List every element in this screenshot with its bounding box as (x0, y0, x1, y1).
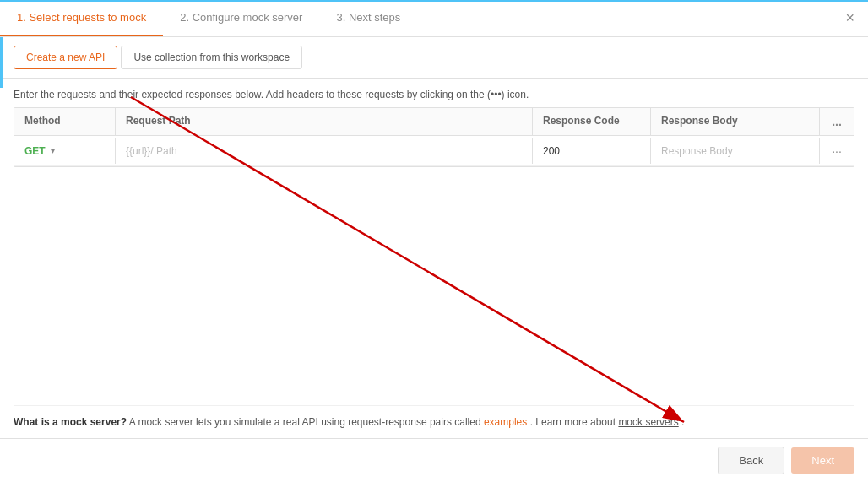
mock-server-text2: . Learn more about (530, 416, 619, 428)
mock-servers-link[interactable]: mock servers (618, 416, 678, 428)
tab-use-collection[interactable]: Use collection from this workspace (121, 46, 302, 69)
col-more: ... (820, 108, 854, 135)
mock-server-text3: . (681, 416, 684, 428)
url-placeholder: Path (156, 145, 177, 157)
cell-url[interactable]: {{url}}/ Path (116, 138, 533, 164)
description-text: Enter the requests and their expected re… (0, 79, 868, 107)
footer: Back Next (0, 438, 868, 482)
url-value: {{url}}/ (126, 145, 154, 157)
col-response-body: Response Body (651, 108, 820, 135)
bottom-info: What is a mock server? A mock server let… (14, 405, 854, 438)
cell-more-options[interactable]: ··· (820, 138, 854, 165)
next-button[interactable]: Next (791, 447, 854, 474)
step-3[interactable]: 3. Next steps (319, 0, 417, 36)
col-response-code: Response Code (533, 108, 651, 135)
step-1[interactable]: 1. Select requests to mock (0, 0, 163, 36)
method-value: GET (24, 145, 46, 157)
tab-create-new-api[interactable]: Create a new API (14, 46, 117, 69)
examples-link[interactable]: examples (484, 416, 527, 428)
mock-server-bold: What is a mock server? (14, 416, 127, 428)
table-header: Method Request Path Response Code Respon… (14, 108, 854, 136)
chevron-down-icon: ▾ (51, 146, 55, 155)
left-accent-bar (0, 37, 3, 88)
top-bar: 1. Select requests to mock 2. Configure … (0, 0, 868, 37)
cell-method[interactable]: GET ▾ (14, 138, 116, 164)
tab-row: Create a new API Use collection from thi… (0, 37, 868, 79)
cell-response-body[interactable]: Response Body (651, 138, 820, 164)
col-method: Method (14, 108, 116, 135)
back-button[interactable]: Back (718, 447, 784, 474)
step-2[interactable]: 2. Configure mock server (163, 0, 319, 36)
close-button[interactable]: × (832, 0, 868, 36)
col-request-path: Request Path (116, 108, 533, 135)
requests-table: Method Request Path Response Code Respon… (14, 107, 854, 167)
table-row: GET ▾ {{url}}/ Path 200 Response Body ··… (14, 136, 854, 166)
progress-indicator (0, 0, 868, 2)
cell-response-code[interactable]: 200 (533, 138, 651, 164)
mock-server-text: A mock server lets you simulate a real A… (129, 416, 484, 428)
